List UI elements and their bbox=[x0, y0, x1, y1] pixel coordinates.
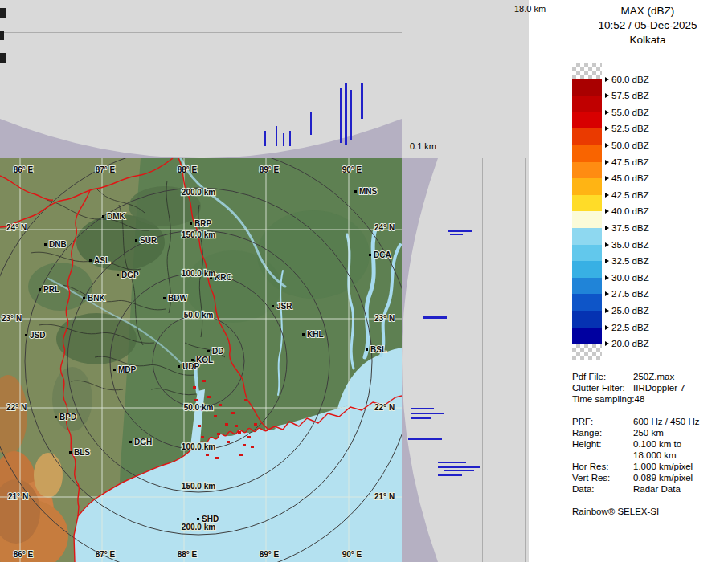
legend-tick-icon bbox=[605, 341, 609, 346]
city-label: KRC bbox=[215, 273, 232, 282]
metadata-label: PRF: bbox=[572, 416, 633, 427]
metadata-list: Pdf File:250Z.maxClutter Filter:IIRDoppl… bbox=[572, 371, 726, 517]
metadata-row: Height:0.100 km to bbox=[572, 438, 726, 450]
radar-echo bbox=[243, 444, 246, 446]
metadata-label: Data: bbox=[572, 483, 633, 495]
legend-label: 57.5 dBZ bbox=[605, 90, 649, 101]
metadata-row: PRF:600 Hz / 450 Hz bbox=[572, 416, 726, 427]
city-marker bbox=[366, 348, 368, 351]
echo-bar bbox=[450, 234, 463, 235]
city-marker bbox=[190, 222, 192, 225]
city-label: JSD bbox=[30, 331, 45, 340]
longitude-label: 86° E bbox=[14, 550, 34, 559]
legend-label: 20.0 dBZ bbox=[605, 338, 649, 349]
echo-bar bbox=[283, 133, 284, 146]
legend-label: 32.5 dBZ bbox=[605, 255, 649, 267]
radar-echo bbox=[219, 404, 222, 406]
radar-echo bbox=[235, 425, 238, 427]
legend-band bbox=[572, 344, 602, 360]
panel-margin bbox=[529, 0, 567, 158]
city-label: KHL bbox=[307, 330, 324, 339]
city-marker bbox=[102, 215, 104, 218]
legend-band bbox=[572, 195, 602, 212]
city-label: BDW bbox=[168, 294, 187, 303]
echo-bar bbox=[423, 316, 447, 319]
legend-band bbox=[572, 328, 602, 344]
legend-label: 37.5 dBZ bbox=[605, 222, 649, 234]
legend-panel: MAX (dBZ) 10:52 / 05-Dec-2025 Kolkata 60… bbox=[567, 0, 728, 562]
legend-tick-icon bbox=[605, 209, 609, 214]
radar-echo bbox=[217, 433, 220, 435]
legend-label: 35.0 dBZ bbox=[605, 239, 649, 250]
radar-echo bbox=[238, 431, 241, 434]
metadata-value: 18.000 km bbox=[633, 450, 677, 461]
longitude-label: 89° E bbox=[260, 165, 280, 174]
city-marker bbox=[369, 254, 371, 256]
city-marker bbox=[178, 365, 180, 368]
metadata-label: Vert Res: bbox=[572, 472, 633, 483]
legend-tick-icon bbox=[605, 160, 609, 165]
product-title: MAX (dBZ) bbox=[567, 4, 728, 18]
range-ring-label: 150.0 km bbox=[182, 230, 215, 239]
metadata-row: Vert Res:0.089 km/pixel bbox=[572, 472, 726, 483]
legend-tick-icon bbox=[605, 226, 609, 230]
city-label: MNS bbox=[359, 187, 378, 196]
city-marker bbox=[55, 416, 57, 418]
legend-label: 40.0 dBZ bbox=[605, 206, 649, 217]
legend-tick-icon bbox=[605, 176, 609, 181]
longitude-label: 88° E bbox=[178, 550, 198, 559]
legend-label: 50.0 dBZ bbox=[605, 140, 649, 151]
metadata-row: Clutter Filter:IIRDoppler 7 bbox=[572, 382, 726, 393]
radar-echo bbox=[225, 423, 228, 426]
city-marker bbox=[25, 334, 27, 336]
legend-label: 47.5 dBZ bbox=[605, 157, 649, 168]
longitude-label: 90° E bbox=[342, 165, 362, 174]
metadata-value: 1.000 km/pixel bbox=[633, 461, 693, 472]
radar-echo bbox=[198, 425, 201, 427]
echo-bar bbox=[438, 466, 480, 468]
height-axis-min-label: 0.1 km bbox=[410, 141, 436, 151]
metadata-row bbox=[572, 495, 726, 506]
metadata-value: 0.100 km to bbox=[633, 438, 681, 450]
legend-header: MAX (dBZ) 10:52 / 05-Dec-2025 Kolkata bbox=[567, 0, 728, 47]
timestamp: 10:52 / 05-Dec-2025 bbox=[567, 18, 728, 33]
radar-echo bbox=[247, 436, 251, 438]
metadata-label: Rainbow® SELEX-SI bbox=[572, 506, 659, 517]
legend-tick-icon bbox=[605, 93, 609, 98]
latitude-label: 23° N bbox=[374, 314, 395, 323]
range-ring-label: 50.0 km bbox=[184, 403, 214, 412]
echo-bar bbox=[411, 413, 444, 414]
metadata-label: Hor Res: bbox=[572, 461, 633, 472]
legend-band bbox=[572, 63, 602, 79]
legend-tick-icon bbox=[605, 193, 609, 198]
radar-map: DMKBRPSURDNBASLDGPKRCMNSDCAPRLBNKBDWJSRK… bbox=[0, 158, 402, 562]
legend-label: 30.0 dBZ bbox=[605, 272, 649, 283]
radar-echo bbox=[201, 436, 204, 438]
clipped-axis-label bbox=[0, 53, 6, 63]
city-marker bbox=[39, 288, 41, 291]
legend-band bbox=[572, 128, 602, 145]
radar-echo bbox=[214, 415, 217, 417]
scan-boundary-shape bbox=[402, 158, 567, 562]
city-label: DCA bbox=[374, 250, 391, 259]
clipped-axis-label bbox=[0, 31, 4, 40]
height-axis-max-label: 18.0 km bbox=[514, 4, 546, 14]
echo-bar bbox=[411, 408, 434, 409]
latitude-label: 24° N bbox=[6, 223, 27, 232]
city-label: DGH bbox=[134, 438, 152, 446]
metadata-row: Range:250 km bbox=[572, 427, 726, 438]
legend-tick-icon bbox=[605, 242, 609, 247]
radar-echo bbox=[239, 454, 243, 456]
legend-band bbox=[572, 261, 602, 278]
echo-bar bbox=[264, 131, 266, 146]
echo-bar bbox=[361, 83, 363, 119]
legend-band bbox=[572, 311, 602, 328]
legend-tick-icon bbox=[605, 259, 609, 263]
legend-tick-icon bbox=[605, 308, 609, 313]
range-ring-label: 200.0 km bbox=[182, 188, 215, 197]
radar-echo bbox=[202, 380, 206, 382]
legend-tick-icon bbox=[605, 77, 609, 82]
metadata-label bbox=[572, 495, 633, 506]
metadata-value: Radar Data bbox=[633, 483, 681, 495]
radar-echo bbox=[227, 441, 230, 443]
